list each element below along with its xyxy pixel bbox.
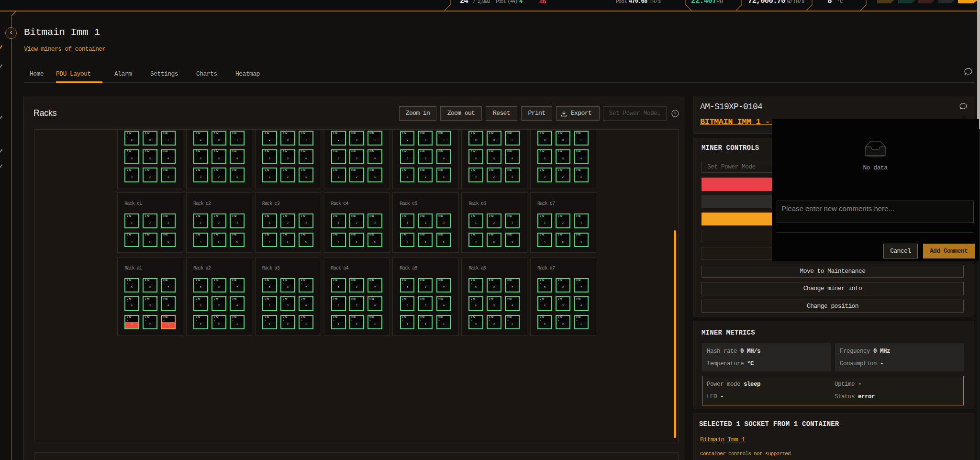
svg-text:?: ? — [674, 112, 676, 117]
